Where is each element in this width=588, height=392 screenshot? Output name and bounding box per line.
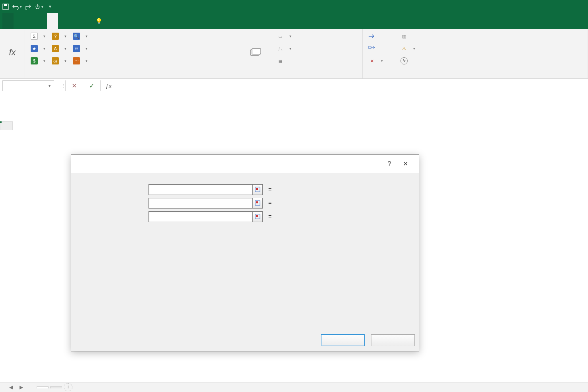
datetime-button[interactable]: ◷▾	[49, 55, 69, 66]
dialog-titlebar[interactable]: ? ✕	[71, 155, 419, 173]
question-icon: ?	[52, 33, 59, 40]
new-sheet-button[interactable]: +	[64, 383, 72, 391]
sheet-nav-next[interactable]: ▶	[17, 384, 25, 390]
cancel-button[interactable]	[371, 334, 415, 346]
function-name	[75, 177, 415, 183]
trace-prec-icon	[368, 33, 375, 40]
text-button[interactable]: A▾	[49, 43, 69, 54]
column-headers	[13, 121, 588, 130]
name-box[interactable]: ▼	[2, 80, 54, 91]
theta-icon: θ	[73, 45, 80, 52]
trace-precedents-button[interactable]	[366, 31, 385, 42]
svg-rect-3	[252, 49, 261, 54]
trace-dependents-button[interactable]	[366, 43, 385, 54]
name-manager-button[interactable]	[238, 31, 273, 75]
dots-icon: ⋮	[61, 84, 65, 88]
svg-rect-10	[256, 215, 258, 217]
close-icon[interactable]: ✕	[397, 160, 413, 168]
money-icon: $	[31, 57, 38, 64]
insert-function-button[interactable]: fx	[3, 31, 21, 75]
function-args-dialog: ? ✕ = = =	[71, 154, 419, 351]
tab-review[interactable]	[69, 13, 80, 29]
more-functions-button[interactable]: ⋯▾	[70, 55, 90, 66]
undo-icon[interactable]: ▾	[11, 1, 22, 12]
fx-label-icon[interactable]: ƒx	[100, 80, 116, 91]
redo-icon[interactable]	[22, 1, 33, 12]
define-icon: ▭	[277, 33, 284, 40]
evaluate-icon: fx	[400, 57, 408, 64]
tab-insert[interactable]	[25, 13, 36, 29]
group-label-audit	[363, 75, 588, 78]
tab-formulas[interactable]	[47, 13, 58, 29]
ribbon-tabs: 💡	[0, 13, 588, 29]
search-icon: 🔍	[73, 33, 80, 40]
create-from-selection-button[interactable]: ▦	[274, 55, 294, 66]
cancel-formula-button[interactable]: ✕	[65, 80, 83, 91]
formula-input[interactable]	[116, 80, 585, 91]
save-icon[interactable]	[0, 1, 11, 12]
customize-qat-icon[interactable]: ▾	[45, 1, 56, 12]
tab-file[interactable]	[2, 13, 14, 29]
eq-sign: =	[263, 186, 277, 193]
recent-button[interactable]: ★▾	[28, 43, 48, 54]
more-icon: ⋯	[73, 57, 80, 64]
show-formulas-icon: ▥	[400, 33, 408, 40]
ribbon: fx Σ▾ ★▾ $▾ ?▾ A▾ ◷▾ 🔍▾ θ▾ ⋯▾	[0, 29, 588, 79]
remove-arrows-button[interactable]: ✕▾	[366, 55, 385, 66]
arg1-refedit-button[interactable]	[252, 184, 263, 195]
formula-bar-row: ▼ ⋮ ✕ ✓ ƒx	[0, 79, 588, 123]
autosum-button[interactable]: Σ▾	[28, 31, 48, 42]
tab-view[interactable]	[80, 13, 92, 29]
logical-button[interactable]: ?▾	[49, 31, 69, 42]
tab-pagelayout[interactable]	[36, 13, 47, 29]
math-button[interactable]: θ▾	[70, 43, 90, 54]
svg-rect-6	[256, 188, 258, 190]
star-icon: ★	[31, 45, 38, 52]
svg-rect-1	[4, 4, 7, 6]
tab-data[interactable]	[58, 13, 69, 29]
svg-rect-8	[256, 201, 258, 203]
tell-me[interactable]: 💡	[92, 13, 105, 29]
svg-rect-4	[369, 46, 371, 49]
clock-icon: ◷	[52, 57, 59, 64]
arg1-input[interactable]	[148, 184, 253, 195]
arg3-refedit-button[interactable]	[252, 211, 263, 222]
help-icon[interactable]: ?	[381, 160, 397, 168]
text-icon: A	[52, 45, 59, 52]
select-all-corner[interactable]	[0, 121, 13, 130]
accept-formula-button[interactable]: ✓	[83, 80, 100, 91]
fx-icon-small: ƒₓ	[277, 45, 284, 52]
ok-button[interactable]	[321, 334, 365, 346]
chevron-down-icon[interactable]: ▼	[48, 84, 51, 88]
title-bar: ▾ ▾ ▾	[0, 0, 588, 13]
fx-icon: fx	[6, 46, 19, 59]
sigma-icon: Σ	[31, 33, 38, 40]
sheet-tab-2[interactable]	[50, 386, 62, 388]
use-in-formula-button: ƒₓ▾	[274, 43, 294, 54]
error-checking-button[interactable]: ⚠▾	[398, 43, 418, 54]
financial-button[interactable]: $▾	[28, 55, 48, 66]
sheet-tab-1[interactable]	[37, 386, 49, 388]
arg2-input[interactable]	[148, 198, 253, 209]
trace-dep-icon	[368, 45, 375, 52]
group-label-names	[235, 75, 362, 78]
create-icon: ▦	[277, 57, 284, 64]
lightbulb-icon: 💡	[96, 18, 102, 24]
warning-icon: ⚠	[400, 45, 408, 52]
sheet-tab-bar: ◀ ▶ +	[0, 382, 588, 392]
touch-mode-icon[interactable]: ▾	[33, 1, 45, 12]
remove-arrows-icon: ✕	[368, 57, 375, 64]
sheet-nav-prev[interactable]: ◀	[6, 384, 15, 390]
tag-icon	[249, 46, 262, 59]
define-name-button[interactable]: ▭▾	[274, 31, 294, 42]
group-label-library	[25, 75, 235, 78]
lookup-button[interactable]: 🔍▾	[70, 31, 90, 42]
tab-home[interactable]	[14, 13, 25, 29]
arg3-input[interactable]	[148, 211, 253, 222]
arg2-refedit-button[interactable]	[252, 198, 263, 209]
evaluate-formula-button[interactable]: fx	[398, 55, 418, 66]
show-formulas-button[interactable]: ▥	[398, 31, 418, 42]
